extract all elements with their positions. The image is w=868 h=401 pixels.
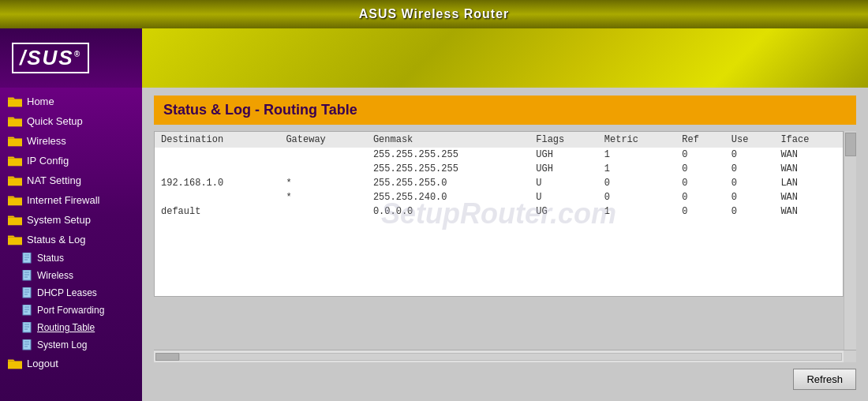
sidebar-item-nat-label: NAT Setting <box>27 174 81 186</box>
sidebar-subitem-system-log[interactable]: System Log <box>0 336 142 354</box>
sidebar-subitem-port-forwarding[interactable]: Port Forwarding <box>0 302 142 319</box>
routing-table-container[interactable]: SetupRouter.com Destination Gateway Genm… <box>154 131 844 297</box>
h-scrollbar-thumb[interactable] <box>155 353 179 361</box>
table-cell: 0 <box>725 204 775 219</box>
routing-table: Destination Gateway Genmask Flags Metric… <box>155 132 843 219</box>
table-cell <box>279 204 367 219</box>
col-destination: Destination <box>155 132 279 148</box>
sidebar-item-quick-setup-label: Quick Setup <box>27 115 83 127</box>
sidebar-subitem-wireless-label: Wireless <box>37 270 73 281</box>
refresh-button[interactable]: Refresh <box>793 369 856 390</box>
table-cell: 255.255.255.0 <box>367 176 529 190</box>
table-cell: 0 <box>725 190 775 204</box>
table-row: *255.255.240.0U000WAN <box>155 190 843 204</box>
col-use: Use <box>725 132 775 148</box>
doc-icon <box>22 305 33 316</box>
table-cell: 0 <box>598 176 676 190</box>
sidebar-subitem-wireless[interactable]: Wireless <box>0 267 142 284</box>
sidebar-subitem-dhcp-leases[interactable]: DHCP Leases <box>0 284 142 302</box>
sidebar-item-ip-config[interactable]: IP Config <box>0 151 142 171</box>
sidebar-item-system-setup[interactable]: System Setup <box>0 210 142 230</box>
table-cell: 0 <box>725 176 775 190</box>
doc-icon <box>22 322 33 333</box>
sidebar-subitem-status-label: Status <box>37 253 64 264</box>
table-cell: 0 <box>675 190 725 204</box>
table-cell: WAN <box>774 162 843 176</box>
sidebar-subitem-status[interactable]: Status <box>0 249 142 267</box>
content-top-bar <box>142 28 868 88</box>
table-cell: 0 <box>725 148 775 162</box>
table-cell: 1 <box>598 162 676 176</box>
table-cell: LAN <box>774 176 843 190</box>
folder-icon <box>8 175 22 186</box>
col-iface: Iface <box>774 132 843 148</box>
sidebar-item-internet-firewall[interactable]: Internet Firewall <box>0 190 142 210</box>
scrollbar-thumb[interactable] <box>845 133 856 156</box>
folder-icon <box>8 96 22 107</box>
sidebar-item-firewall-label: Internet Firewall <box>27 194 99 206</box>
sidebar-subitem-system-log-label: System Log <box>37 339 87 350</box>
col-flags: Flags <box>529 132 598 148</box>
folder-open-icon <box>8 234 22 245</box>
bottom-controls: Refresh <box>154 362 856 393</box>
folder-icon <box>8 215 22 226</box>
vertical-scrollbar[interactable] <box>844 131 856 350</box>
sidebar-item-wireless[interactable]: Wireless <box>0 131 142 151</box>
col-genmask: Genmask <box>367 132 529 148</box>
table-cell <box>279 162 367 176</box>
sidebar-item-nat-setting[interactable]: NAT Setting <box>0 171 142 190</box>
sidebar-item-status-log-label: Status & Log <box>27 234 85 245</box>
table-row: 255.255.255.255UGH100WAN <box>155 162 843 176</box>
sidebar-item-system-setup-label: System Setup <box>27 214 91 226</box>
doc-icon <box>22 253 33 264</box>
sidebar-item-status-log[interactable]: Status & Log <box>0 230 142 249</box>
sidebar-subitem-dhcp-leases-label: DHCP Leases <box>37 287 97 298</box>
folder-icon <box>8 358 22 369</box>
folder-icon <box>8 136 22 147</box>
table-row: default0.0.0.0UG100WAN <box>155 204 843 219</box>
col-gateway: Gateway <box>279 132 367 148</box>
table-cell <box>279 148 367 162</box>
sidebar: /SUS® Home Quick Setup <box>0 28 142 401</box>
table-cell: UG <box>529 204 598 219</box>
table-cell: 255.255.240.0 <box>367 190 529 204</box>
table-cell: 0 <box>675 204 725 219</box>
doc-icon <box>22 287 33 298</box>
table-cell: U <box>529 176 598 190</box>
table-cell: 1 <box>598 204 676 219</box>
content-inner: Status & Log - Routing Table SetupRouter… <box>142 88 868 401</box>
table-cell: 192.168.1.0 <box>155 176 279 190</box>
doc-icon <box>22 339 33 350</box>
table-cell: WAN <box>774 148 843 162</box>
sidebar-item-home[interactable]: Home <box>0 92 142 111</box>
app-title: ASUS Wireless Router <box>359 7 510 21</box>
folder-icon <box>8 116 22 127</box>
sidebar-item-quick-setup[interactable]: Quick Setup <box>0 111 142 131</box>
sidebar-subitem-routing-table-label: Routing Table <box>37 322 95 333</box>
table-cell: UGH <box>529 162 598 176</box>
table-cell: 255.255.255.255 <box>367 148 529 162</box>
table-header-row: Destination Gateway Genmask Flags Metric… <box>155 132 843 148</box>
folder-icon <box>8 195 22 206</box>
sidebar-item-logout[interactable]: Logout <box>0 354 142 373</box>
main-layout: /SUS® Home Quick Setup <box>0 28 868 401</box>
table-cell: 0 <box>675 176 725 190</box>
sidebar-subitem-routing-table[interactable]: Routing Table <box>0 319 142 336</box>
top-header: ASUS Wireless Router <box>0 0 868 28</box>
table-cell: default <box>155 204 279 219</box>
sidebar-logo: /SUS® <box>0 28 142 88</box>
asus-logo: /SUS® <box>12 43 89 73</box>
table-cell: 0 <box>725 162 775 176</box>
table-cell: * <box>279 176 367 190</box>
sidebar-item-ip-config-label: IP Config <box>27 155 69 167</box>
col-metric: Metric <box>598 132 676 148</box>
sidebar-item-logout-label: Logout <box>27 358 58 369</box>
table-cell: 255.255.255.255 <box>367 162 529 176</box>
h-scrollbar-track[interactable] <box>179 353 842 361</box>
content-area: Status & Log - Routing Table SetupRouter… <box>142 28 868 401</box>
col-ref: Ref <box>675 132 725 148</box>
registered-mark: ® <box>74 50 81 58</box>
table-cell <box>155 190 279 204</box>
table-cell: UGH <box>529 148 598 162</box>
table-row: 255.255.255.255UGH100WAN <box>155 148 843 162</box>
